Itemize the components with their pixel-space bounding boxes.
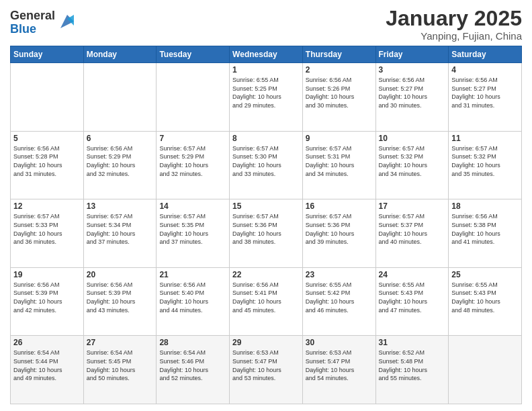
day-number: 2	[306, 65, 373, 75]
day-number: 12	[13, 201, 81, 211]
day-number: 4	[451, 65, 519, 75]
day-info: Sunrise: 6:54 AM Sunset: 5:45 PM Dayligh…	[87, 349, 154, 382]
day-number: 28	[159, 338, 226, 347]
day-info: Sunrise: 6:57 AM Sunset: 5:30 PM Dayligh…	[232, 144, 300, 178]
day-number: 16	[306, 201, 373, 211]
calendar-cell: 22Sunrise: 6:56 AM Sunset: 5:41 PM Dayli…	[230, 267, 303, 336]
col-saturday: Saturday	[449, 46, 522, 63]
calendar-cell: 26Sunrise: 6:54 AM Sunset: 5:44 PM Dayli…	[11, 336, 84, 404]
calendar-week-2: 5Sunrise: 6:56 AM Sunset: 5:28 PM Daylig…	[11, 131, 522, 199]
month-title: January 2025	[386, 7, 522, 30]
day-number: 9	[306, 134, 373, 143]
day-number: 13	[87, 201, 154, 211]
day-number: 22	[232, 270, 300, 279]
calendar-cell: 7Sunrise: 6:57 AM Sunset: 5:29 PM Daylig…	[157, 131, 230, 199]
logo-blue-text: Blue	[10, 23, 55, 36]
calendar-week-3: 12Sunrise: 6:57 AM Sunset: 5:33 PM Dayli…	[11, 199, 522, 268]
day-number: 26	[13, 338, 81, 347]
calendar-cell: 17Sunrise: 6:57 AM Sunset: 5:37 PM Dayli…	[375, 199, 449, 268]
title-area: January 2025 Yanping, Fujian, China	[386, 7, 522, 42]
calendar-cell: 9Sunrise: 6:57 AM Sunset: 5:31 PM Daylig…	[302, 131, 375, 199]
col-sunday: Sunday	[11, 46, 84, 63]
day-number: 7	[159, 134, 226, 143]
day-info: Sunrise: 6:56 AM Sunset: 5:27 PM Dayligh…	[451, 76, 519, 109]
day-info: Sunrise: 6:56 AM Sunset: 5:41 PM Dayligh…	[232, 281, 300, 314]
day-number: 21	[159, 270, 226, 279]
logo-text: General Blue	[10, 9, 55, 36]
calendar-cell: 15Sunrise: 6:57 AM Sunset: 5:36 PM Dayli…	[230, 199, 303, 268]
day-info: Sunrise: 6:56 AM Sunset: 5:39 PM Dayligh…	[13, 281, 81, 314]
day-info: Sunrise: 6:55 AM Sunset: 5:43 PM Dayligh…	[379, 281, 446, 314]
day-info: Sunrise: 6:53 AM Sunset: 5:47 PM Dayligh…	[306, 349, 373, 382]
calendar-cell: 29Sunrise: 6:53 AM Sunset: 5:47 PM Dayli…	[230, 336, 303, 404]
day-info: Sunrise: 6:56 AM Sunset: 5:26 PM Dayligh…	[306, 76, 373, 109]
calendar-cell	[83, 63, 157, 132]
calendar-cell: 8Sunrise: 6:57 AM Sunset: 5:30 PM Daylig…	[230, 131, 303, 199]
day-number: 23	[306, 270, 373, 279]
col-tuesday: Tuesday	[157, 46, 230, 63]
day-number: 30	[306, 338, 373, 347]
day-number: 15	[232, 201, 300, 211]
day-number: 27	[87, 338, 154, 347]
page: General Blue January 2025 Yanping, Fujia…	[0, 0, 532, 411]
calendar-cell: 13Sunrise: 6:57 AM Sunset: 5:34 PM Dayli…	[83, 199, 157, 268]
day-info: Sunrise: 6:57 AM Sunset: 5:35 PM Dayligh…	[159, 212, 226, 246]
day-number: 8	[232, 134, 300, 143]
day-number: 19	[13, 270, 81, 279]
calendar-cell: 3Sunrise: 6:56 AM Sunset: 5:27 PM Daylig…	[375, 63, 449, 132]
day-info: Sunrise: 6:57 AM Sunset: 5:32 PM Dayligh…	[379, 144, 446, 178]
calendar-cell: 27Sunrise: 6:54 AM Sunset: 5:45 PM Dayli…	[83, 336, 157, 404]
calendar-cell: 25Sunrise: 6:55 AM Sunset: 5:43 PM Dayli…	[449, 267, 522, 336]
calendar-cell: 18Sunrise: 6:56 AM Sunset: 5:38 PM Dayli…	[449, 199, 522, 268]
calendar-header: Sunday Monday Tuesday Wednesday Thursday…	[11, 46, 522, 63]
day-number: 11	[451, 134, 519, 143]
day-info: Sunrise: 6:55 AM Sunset: 5:42 PM Dayligh…	[306, 281, 373, 314]
day-info: Sunrise: 6:54 AM Sunset: 5:46 PM Dayligh…	[159, 349, 226, 382]
location: Yanping, Fujian, China	[386, 30, 522, 42]
calendar-cell: 30Sunrise: 6:53 AM Sunset: 5:47 PM Dayli…	[302, 336, 375, 404]
calendar-cell	[449, 336, 522, 404]
calendar-cell	[157, 63, 230, 132]
day-number: 6	[87, 134, 154, 143]
day-info: Sunrise: 6:55 AM Sunset: 5:25 PM Dayligh…	[232, 76, 300, 109]
calendar-cell: 10Sunrise: 6:57 AM Sunset: 5:32 PM Dayli…	[375, 131, 449, 199]
day-number: 1	[232, 65, 300, 75]
day-info: Sunrise: 6:54 AM Sunset: 5:44 PM Dayligh…	[13, 349, 81, 382]
calendar-table: Sunday Monday Tuesday Wednesday Thursday…	[10, 46, 522, 404]
day-info: Sunrise: 6:56 AM Sunset: 5:39 PM Dayligh…	[87, 281, 154, 314]
logo: General Blue	[10, 9, 77, 36]
calendar-cell: 21Sunrise: 6:56 AM Sunset: 5:40 PM Dayli…	[157, 267, 230, 336]
day-info: Sunrise: 6:55 AM Sunset: 5:43 PM Dayligh…	[451, 281, 519, 314]
day-info: Sunrise: 6:52 AM Sunset: 5:48 PM Dayligh…	[379, 349, 446, 382]
calendar-week-1: 1Sunrise: 6:55 AM Sunset: 5:25 PM Daylig…	[11, 63, 522, 132]
calendar-cell: 5Sunrise: 6:56 AM Sunset: 5:28 PM Daylig…	[11, 131, 84, 199]
day-number: 18	[451, 201, 519, 211]
col-wednesday: Wednesday	[230, 46, 303, 63]
calendar-cell: 14Sunrise: 6:57 AM Sunset: 5:35 PM Dayli…	[157, 199, 230, 268]
day-number: 3	[379, 65, 446, 75]
calendar-cell: 1Sunrise: 6:55 AM Sunset: 5:25 PM Daylig…	[230, 63, 303, 132]
days-of-week-row: Sunday Monday Tuesday Wednesday Thursday…	[11, 46, 522, 63]
calendar-cell: 6Sunrise: 6:56 AM Sunset: 5:29 PM Daylig…	[83, 131, 157, 199]
calendar-cell	[11, 63, 84, 132]
calendar-body: 1Sunrise: 6:55 AM Sunset: 5:25 PM Daylig…	[11, 63, 522, 404]
calendar-cell: 12Sunrise: 6:57 AM Sunset: 5:33 PM Dayli…	[11, 199, 84, 268]
day-number: 10	[379, 134, 446, 143]
calendar-cell: 28Sunrise: 6:54 AM Sunset: 5:46 PM Dayli…	[157, 336, 230, 404]
day-number: 24	[379, 270, 446, 279]
day-info: Sunrise: 6:57 AM Sunset: 5:37 PM Dayligh…	[379, 212, 446, 246]
day-number: 31	[379, 338, 446, 347]
day-number: 14	[159, 201, 226, 211]
logo-icon	[58, 12, 77, 31]
calendar-week-4: 19Sunrise: 6:56 AM Sunset: 5:39 PM Dayli…	[11, 267, 522, 336]
col-thursday: Thursday	[302, 46, 375, 63]
calendar-cell: 19Sunrise: 6:56 AM Sunset: 5:39 PM Dayli…	[11, 267, 84, 336]
day-info: Sunrise: 6:57 AM Sunset: 5:29 PM Dayligh…	[159, 144, 226, 178]
col-monday: Monday	[83, 46, 157, 63]
calendar-cell: 20Sunrise: 6:56 AM Sunset: 5:39 PM Dayli…	[83, 267, 157, 336]
day-number: 17	[379, 201, 446, 211]
day-info: Sunrise: 6:57 AM Sunset: 5:32 PM Dayligh…	[451, 144, 519, 178]
calendar-cell: 24Sunrise: 6:55 AM Sunset: 5:43 PM Dayli…	[375, 267, 449, 336]
calendar-cell: 23Sunrise: 6:55 AM Sunset: 5:42 PM Dayli…	[302, 267, 375, 336]
day-info: Sunrise: 6:57 AM Sunset: 5:31 PM Dayligh…	[306, 144, 373, 178]
